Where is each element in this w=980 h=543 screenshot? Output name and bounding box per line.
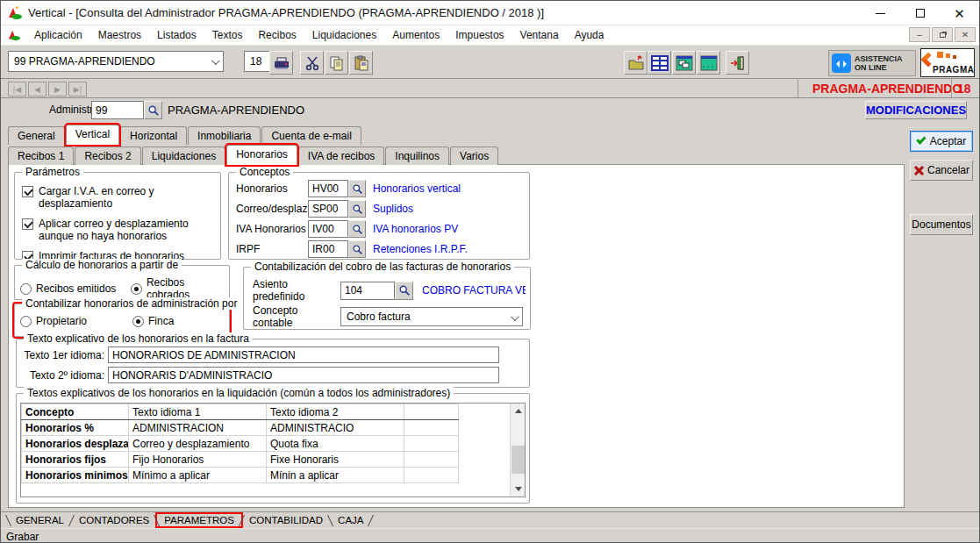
status-text: Grabar (6, 531, 39, 543)
cascade-windows-button[interactable] (672, 51, 696, 75)
tile-windows-button[interactable] (697, 51, 720, 75)
menu-ventana[interactable]: Ventana (512, 26, 567, 44)
menu-aplicacion[interactable]: Aplicación (26, 26, 90, 44)
tab-inquilinos[interactable]: Inquilinos (385, 146, 449, 165)
bottom-tab-contadores[interactable]: CONTADORES (72, 514, 156, 526)
checkbox-aplicar-correo[interactable] (22, 218, 33, 230)
tab-recibos-2[interactable]: Recibos 2 (75, 146, 140, 165)
table-header-row: Concepto Texto idioma 1 Texto idioma 2 (22, 404, 459, 420)
first-record-button[interactable]: |◀ (8, 82, 26, 96)
bottom-tab-parametros[interactable]: PARAMETROS (157, 514, 241, 526)
irpf-search-button[interactable] (348, 240, 366, 258)
bottom-tab-caja[interactable]: CAJA (331, 514, 370, 526)
menu-ayuda[interactable]: Ayuda (567, 26, 612, 44)
texto-1er-idioma-input[interactable]: HONORARIOS DE ADMINISTRACION (108, 347, 499, 363)
parametros-title: Parámetros (22, 166, 83, 178)
copy-button[interactable] (325, 51, 348, 75)
menu-impuestos[interactable]: Impuestos (447, 26, 511, 44)
correo-desplaz-code-input[interactable]: SP00 (308, 200, 348, 218)
documentos-button[interactable]: Documentos (910, 214, 973, 235)
close-button[interactable]: ✕ (940, 1, 979, 25)
tab-cuenta-email[interactable]: Cuenta de e-mail (261, 126, 361, 145)
menu-maestros[interactable]: Maestros (90, 26, 149, 44)
prev-record-button[interactable]: ◀ (28, 82, 46, 96)
radio-recibos-emitidos-label: Recibos emitidos (36, 282, 126, 295)
correo-desplaz-search-button[interactable] (348, 200, 366, 218)
col-texto-idioma-1[interactable]: Texto idioma 1 (129, 404, 267, 420)
table-scrollbar[interactable] (510, 404, 525, 497)
tab-horizontal[interactable]: Horizontal (120, 126, 187, 145)
col-concepto[interactable]: Concepto (22, 404, 129, 420)
menu-recibos[interactable]: Recibos (250, 26, 304, 44)
irpf-code-input[interactable]: IR00 (308, 240, 348, 258)
aceptar-button[interactable]: Aceptar (910, 131, 973, 152)
tab-honorarios[interactable]: Honorarios (226, 145, 297, 165)
texto-2-idioma-input[interactable]: HONORARIS D'ADMINISTRACIO (108, 367, 499, 383)
next-record-button[interactable]: ▶ (48, 82, 67, 96)
year-combo-value: 18 (250, 55, 261, 68)
honorarios-code-input[interactable]: HV00 (308, 180, 348, 197)
menu-aumentos[interactable]: Aumentos (384, 26, 447, 44)
administrator-code-input[interactable]: 99 (91, 101, 144, 119)
table-row[interactable]: Honorarios fijosFijo HonorariosFixe Hono… (22, 452, 459, 468)
tab-vertical[interactable]: Vertical (66, 125, 119, 145)
title-bar: Vertical - [Consulta del Administrador P… (1, 1, 979, 25)
calculo-title: Cálculo de honorarios a partir de (22, 259, 182, 271)
radio-recibos-emitidos[interactable] (20, 283, 32, 295)
tab-general[interactable]: General (8, 126, 65, 145)
modificaciones-button[interactable]: MODIFICACIONES (865, 101, 967, 119)
app-window: Vertical - [Consulta del Administrador P… (0, 0, 980, 543)
asiento-code-input[interactable]: 104 (340, 282, 395, 300)
concepto-contable-select[interactable]: Cobro factura (340, 307, 523, 326)
tab-iva-de-recibos[interactable]: IVA de recibos (298, 146, 385, 165)
table-row[interactable]: Honorarios %ADMINISTRACIONADMINISTRACIO (22, 420, 459, 436)
open-folder-button[interactable] (624, 51, 647, 75)
tab-recibos-1[interactable]: Recibos 1 (8, 146, 74, 165)
cascade-icon (676, 55, 693, 71)
col-texto-idioma-2[interactable]: Texto idioma 2 (267, 404, 404, 420)
tab-varios[interactable]: Varios (450, 146, 498, 165)
table-row[interactable]: Honorarios minimosMínimo a aplicarMínin … (22, 468, 459, 483)
table-row[interactable]: Honorarios desplazamieCorreo y desplazam… (22, 436, 459, 452)
main-tab-strip: General Vertical Horizontal Inmobiliaria… (8, 124, 362, 145)
bottom-tab-general[interactable]: GENERAL (9, 514, 71, 526)
magnifier-icon (398, 284, 411, 297)
checkbox-cargar-iva[interactable] (22, 186, 33, 197)
cut-button[interactable] (300, 51, 324, 75)
mdi-close-button[interactable]: ✕ (955, 27, 976, 42)
cancelar-button[interactable]: Cancelar (910, 160, 973, 181)
print-button[interactable] (269, 51, 293, 75)
minimize-button[interactable] (861, 1, 900, 25)
online-assistance-button[interactable]: ASISTENCIA ON LINE (828, 50, 916, 76)
radio-recibos-cobrados[interactable] (131, 283, 142, 295)
printer-icon (273, 55, 290, 71)
paste-button[interactable] (349, 51, 373, 75)
radio-propietario[interactable] (20, 316, 32, 327)
asiento-desc: COBRO FACTURA VERTICA (422, 284, 526, 297)
tab-inmobiliaria[interactable]: Inmobiliaria (188, 126, 261, 145)
administrator-combo[interactable]: 99 PRAGMA-APRENDIENDO (8, 51, 224, 72)
iva-honorarios-code-input[interactable]: IV00 (308, 220, 348, 238)
scroll-up-button[interactable] (511, 404, 526, 418)
administrator-search-button[interactable] (144, 101, 162, 119)
exit-button[interactable] (726, 51, 749, 75)
cancelar-label: Cancelar (927, 164, 969, 176)
mdi-minimize-button[interactable]: – (909, 27, 930, 42)
bottom-tab-contabilidad[interactable]: CONTABILIDAD (242, 514, 330, 526)
menu-liquidaciones[interactable]: Liquidaciones (304, 26, 384, 44)
grid-view-button[interactable] (647, 51, 671, 75)
scrollbar-thumb[interactable] (511, 446, 525, 474)
last-record-button[interactable]: ▶| (68, 82, 87, 96)
maximize-button[interactable] (900, 1, 940, 25)
col-blank (404, 404, 459, 420)
menu-listados[interactable]: Listados (149, 26, 204, 44)
iva-honorarios-search-button[interactable] (348, 220, 366, 238)
mdi-restore-button[interactable] (932, 27, 953, 42)
radio-finca[interactable] (132, 316, 144, 327)
menu-textos[interactable]: Textos (204, 26, 251, 44)
tab-liquidaciones[interactable]: Liquidaciones (142, 146, 225, 165)
scroll-up-icon (515, 405, 522, 413)
honorarios-search-button[interactable] (348, 180, 366, 197)
scroll-down-button[interactable] (511, 482, 526, 497)
asiento-search-button[interactable] (395, 282, 413, 300)
